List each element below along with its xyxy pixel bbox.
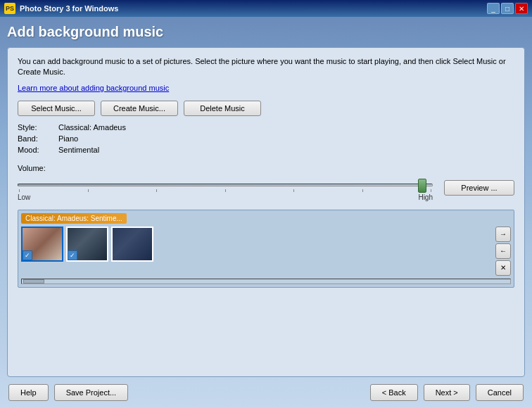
- preview-button[interactable]: Preview ...: [444, 180, 514, 196]
- filmstrip-scrollbar[interactable]: [21, 279, 511, 284]
- slider-thumb[interactable]: [418, 179, 426, 193]
- filmstrip-label: Classical: Amadeus: Sentime...: [21, 213, 127, 224]
- bottom-bar: Help Save Project... < Back Next > Cance…: [7, 384, 525, 401]
- learn-more-link[interactable]: Learn more about adding background music: [18, 84, 514, 92]
- cancel-button[interactable]: Cancel: [476, 384, 524, 401]
- description-text: You can add background music to a set of…: [18, 56, 514, 78]
- back-button[interactable]: < Back: [370, 384, 418, 401]
- filmstrip-photos: ✓ ✓: [21, 227, 493, 262]
- music-info: Style: Classical: Amadeus Band: Piano Mo…: [18, 123, 514, 154]
- filmstrip-side-buttons: → ← ✕: [495, 227, 511, 276]
- photo-check-1: ✓: [23, 250, 32, 260]
- band-value: Piano: [58, 134, 78, 143]
- page-title: Add background music: [7, 24, 525, 40]
- select-music-button[interactable]: Select Music...: [18, 101, 95, 116]
- delete-music-button[interactable]: Delete Music: [184, 101, 261, 116]
- tick-5: [293, 189, 294, 192]
- tick-4: [225, 189, 226, 192]
- band-row: Band: Piano: [18, 134, 514, 143]
- next-button[interactable]: Next >: [424, 384, 470, 401]
- mood-value: Sentimental: [58, 146, 99, 154]
- mood-label: Mood:: [18, 146, 53, 154]
- help-button[interactable]: Help: [8, 384, 49, 401]
- slider-ticks: [18, 189, 433, 192]
- bottom-left-buttons: Help Save Project...: [8, 384, 128, 401]
- maximize-button[interactable]: □: [501, 3, 514, 14]
- volume-high-label: High: [418, 193, 433, 201]
- volume-label: Volume:: [18, 164, 514, 172]
- title-bar: PS Photo Story 3 for Windows _ □ ✕: [0, 0, 532, 17]
- bottom-right-buttons: < Back Next > Cancel: [370, 384, 524, 401]
- photo-thumb-1[interactable]: ✓: [21, 227, 63, 262]
- close-button[interactable]: ✕: [515, 3, 528, 14]
- volume-row: Low High Preview ...: [18, 175, 514, 201]
- content-area: You can add background music to a set of…: [7, 47, 525, 377]
- minimize-button[interactable]: _: [487, 3, 500, 14]
- volume-section: Volume: Low: [18, 164, 514, 201]
- tick-2: [88, 189, 89, 192]
- style-label: Style:: [18, 123, 53, 132]
- slider-labels: Low High: [18, 193, 433, 201]
- style-value: Classical: Amadeus: [58, 123, 126, 132]
- app-icon: PS: [4, 3, 15, 14]
- save-project-button[interactable]: Save Project...: [54, 384, 129, 401]
- preview-btn-container: Preview ...: [444, 180, 514, 196]
- volume-slider-container: Low High: [18, 175, 433, 201]
- tick-3: [156, 189, 157, 192]
- style-row: Style: Classical: Amadeus: [18, 123, 514, 132]
- tick-1: [19, 189, 20, 192]
- filmstrip-right-button[interactable]: →: [495, 227, 511, 242]
- tick-7: [431, 189, 431, 192]
- volume-low-label: Low: [18, 193, 30, 201]
- photo-thumb-3[interactable]: [111, 227, 153, 262]
- photo-check-2: ✓: [68, 250, 77, 260]
- create-music-button[interactable]: Create Music...: [101, 101, 178, 116]
- scroll-thumb[interactable]: [23, 279, 44, 283]
- mood-row: Mood: Sentimental: [18, 146, 514, 154]
- title-bar-buttons: _ □ ✕: [487, 3, 528, 14]
- music-action-buttons: Select Music... Create Music... Delete M…: [18, 101, 514, 116]
- filmstrip-remove-button[interactable]: ✕: [495, 260, 511, 276]
- slider-track[interactable]: [18, 184, 433, 186]
- filmstrip-left-button[interactable]: ←: [495, 243, 511, 259]
- photo-thumb-2[interactable]: ✓: [66, 227, 108, 262]
- window-body: Add background music You can add backgro…: [0, 17, 532, 408]
- filmstrip-area: Classical: Amadeus: Sentime... ✓ ✓ → ← ✕: [18, 210, 514, 288]
- tick-6: [362, 189, 363, 192]
- band-label: Band:: [18, 134, 53, 143]
- window-title: Photo Story 3 for Windows: [20, 4, 487, 13]
